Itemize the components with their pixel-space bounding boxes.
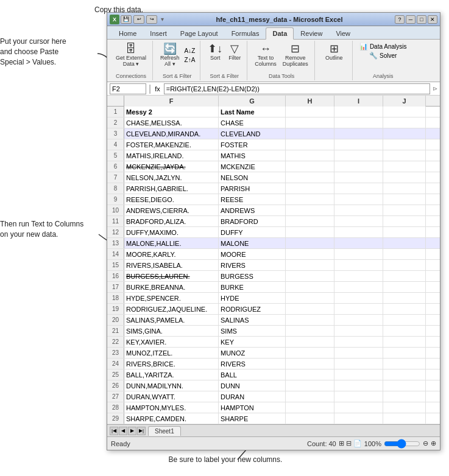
help-button[interactable]: ? [395,15,405,24]
cell-g-9[interactable]: REESE [219,194,286,205]
formula-input[interactable] [164,83,430,94]
cell-i-2[interactable] [334,117,383,128]
cell-g-20[interactable]: SALINAS [219,315,286,325]
cell-i-5[interactable] [334,150,383,161]
text-to-columns-button[interactable]: ↔ Text toColumns [252,42,279,68]
cell-h-1[interactable] [286,107,334,117]
zoom-minus[interactable]: ⊖ [423,439,428,447]
cell-h-18[interactable] [286,293,334,303]
cell-f-5[interactable]: MATHIS,IRELAND. [124,150,219,161]
cell-i-6[interactable] [334,161,383,172]
cell-i-19[interactable] [334,304,383,314]
cell-f-2[interactable]: CHASE,MELISSA. [124,117,219,128]
cell-h-16[interactable] [286,271,334,281]
cell-j-3[interactable] [383,128,426,139]
cell-i-29[interactable] [334,413,383,424]
sheet-nav-next[interactable]: ▶ [128,427,136,435]
cell-f-15[interactable]: RIVERS,ISABELA. [124,260,219,270]
cell-g-24[interactable]: RIVERS [219,359,286,369]
col-header-j[interactable]: J [383,96,426,107]
cell-f-27[interactable]: DURAN,WYATT. [124,391,219,402]
cell-h-26[interactable] [286,380,334,391]
cell-i-3[interactable] [334,128,383,139]
cell-g-15[interactable]: RIVERS [219,260,286,270]
tab-home[interactable]: Home [112,27,143,39]
cell-f-12[interactable]: DUFFY,MAXIMO. [124,227,219,237]
filter-button[interactable]: ▽ Filter [226,42,243,62]
cell-h-11[interactable] [286,216,334,226]
cell-f-14[interactable]: MOORE,KARLY. [124,249,219,259]
cell-h-15[interactable] [286,260,334,270]
zoom-slider[interactable] [384,440,420,447]
cell-j-16[interactable] [383,271,426,281]
cell-f-16[interactable]: BURGESS,LAUREN. [124,271,219,281]
cell-h-14[interactable] [286,249,334,259]
sort-button[interactable]: ⬆↓ Sort [205,42,225,62]
cell-i-12[interactable] [334,227,383,237]
cell-f-25[interactable]: BALL,YARITZA. [124,369,219,380]
cell-g-29[interactable]: SHARPE [219,413,286,424]
cell-reference-input[interactable] [110,83,146,94]
cell-f-10[interactable]: ANDREWS,CIERRA. [124,205,219,215]
za-sort-icon[interactable]: Z↑A [183,56,197,64]
cell-f-7[interactable]: NELSON,JAZLYN. [124,172,219,183]
cell-g-11[interactable]: BRADFORD [219,216,286,226]
cell-j-8[interactable] [383,183,426,194]
cell-g-19[interactable]: RODRIGUEZ [219,304,286,314]
cell-f-9[interactable]: REESE,DIEGO. [124,194,219,205]
cell-g-27[interactable]: DURAN [219,391,286,402]
cell-h-21[interactable] [286,326,334,336]
cell-h-10[interactable] [286,205,334,215]
cell-i-21[interactable] [334,326,383,336]
cell-j-24[interactable] [383,359,426,369]
cell-f-19[interactable]: RODRIGUEZ,JAQUELINE. [124,304,219,314]
cell-j-11[interactable] [383,216,426,226]
remove-duplicates-button[interactable]: ⊟ RemoveDuplicates [280,42,311,68]
minimize-button[interactable]: ─ [406,15,415,24]
cell-j-7[interactable] [383,172,426,183]
cell-j-5[interactable] [383,150,426,161]
cell-f-4[interactable]: FOSTER,MAKENZIE. [124,139,219,150]
cell-h-4[interactable] [286,139,334,150]
quick-access-2[interactable]: ↩ [133,15,144,24]
cell-j-12[interactable] [383,227,426,237]
solver-button[interactable]: 🔧 Solver [367,51,398,60]
cell-j-6[interactable] [383,161,426,172]
col-header-f[interactable]: F [124,96,219,107]
cell-f-21[interactable]: SIMS,GINA. [124,326,219,336]
cell-j-9[interactable] [383,194,426,205]
cell-f-13[interactable]: MALONE,HALLIE. [124,238,219,248]
cell-g-22[interactable]: KEY [219,337,286,347]
cell-j-27[interactable] [383,391,426,402]
cell-f-8[interactable]: PARRISH,GABRIEL. [124,183,219,194]
tab-page-layout[interactable]: Page Layout [174,27,225,39]
cell-i-18[interactable] [334,293,383,303]
cell-f-3[interactable]: CLEVELAND,MIRANDA. [124,128,219,139]
tab-formulas[interactable]: Formulas [225,27,266,39]
cell-j-2[interactable] [383,117,426,128]
formula-insert-icon[interactable]: fx [154,85,161,93]
cell-f-20[interactable]: SALINAS,PAMELA. [124,315,219,325]
cell-i-22[interactable] [334,337,383,347]
col-header-g[interactable]: G [219,96,286,107]
cell-i-10[interactable] [334,205,383,215]
cell-j-1[interactable] [383,107,426,117]
cell-f-11[interactable]: BRADFORD,ALIZA. [124,216,219,226]
cell-i-13[interactable] [334,238,383,248]
cell-h-9[interactable] [286,194,334,205]
cell-g-4[interactable]: FOSTER [219,139,286,150]
cell-g-13[interactable]: MALONE [219,238,286,248]
cell-j-15[interactable] [383,260,426,270]
cell-i-23[interactable] [334,348,383,358]
outline-button[interactable]: ⊞ Outline [323,42,345,62]
cell-h-8[interactable] [286,183,334,194]
cell-g-5[interactable]: MATHIS [219,150,286,161]
formula-expand-icon[interactable]: ⊳ [433,85,437,92]
cell-g-12[interactable]: DUFFY [219,227,286,237]
cell-f-1[interactable]: Messy 2 [124,107,219,117]
cell-g-2[interactable]: CHASE [219,117,286,128]
cell-g-14[interactable]: MOORE [219,249,286,259]
cell-h-23[interactable] [286,348,334,358]
data-analysis-button[interactable]: 📊 Data Analysis [358,42,409,51]
cell-h-7[interactable] [286,172,334,183]
